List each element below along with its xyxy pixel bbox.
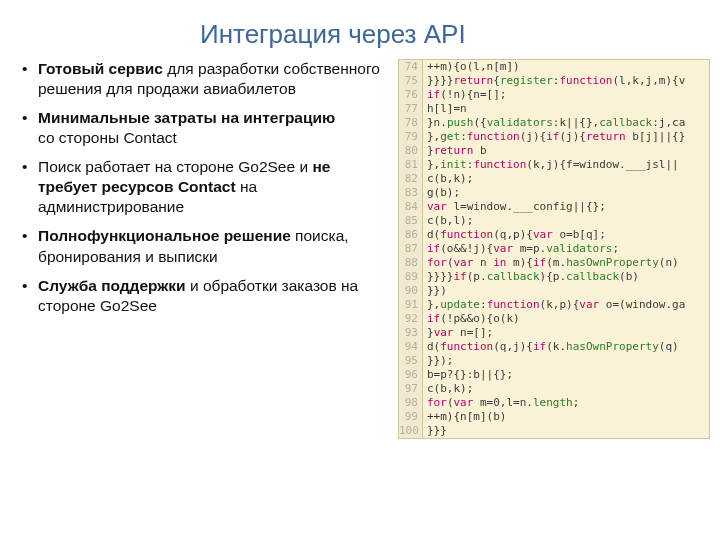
bullet-bold: Готовый сервис [38, 60, 163, 77]
bullet-item: Поиск работает на стороне Go2See и не тр… [18, 157, 388, 217]
code-text: c(b,k); [423, 382, 709, 396]
line-number: 75 [399, 74, 423, 88]
bullet-item: Готовый сервис для разработки собственно… [18, 59, 388, 99]
code-text: if(o&&!j){var m=p.validators; [423, 242, 709, 256]
code-text: var l=window.___config||{}; [423, 200, 709, 214]
code-text: }}} [423, 424, 709, 438]
code-line: 80}return b [399, 144, 709, 158]
bullet-item: Служба поддержки и обработки заказов на … [18, 276, 388, 316]
line-number: 96 [399, 368, 423, 382]
bullet-item: Полнофункциональное решение поиска, брон… [18, 226, 388, 266]
code-line: 94d(function(q,j){if(k.hasOwnProperty(q) [399, 340, 709, 354]
code-line: 76if(!n){n=[]; [399, 88, 709, 102]
bullet-text: со стороны Contact [38, 129, 177, 146]
code-text: }}}}return{register:function(l,k,j,m){v [423, 74, 709, 88]
bullet-item: Минимальные затраты на интеграциюсо стор… [18, 108, 388, 148]
line-number: 89 [399, 270, 423, 284]
line-number: 84 [399, 200, 423, 214]
code-line: 83g(b); [399, 186, 709, 200]
code-line: 92if(!p&&o){o(k) [399, 312, 709, 326]
code-line: 77h[l]=n [399, 102, 709, 116]
line-number: 94 [399, 340, 423, 354]
line-number: 99 [399, 410, 423, 424]
code-text: for(var n in m){if(m.hasOwnProperty(n) [423, 256, 709, 270]
code-line: 93}var n=[]; [399, 326, 709, 340]
code-line: 95}}); [399, 354, 709, 368]
bullet-list: Готовый сервис для разработки собственно… [18, 59, 388, 317]
code-text: h[l]=n [423, 102, 709, 116]
code-text: }}}}if(p.callback){p.callback(b) [423, 270, 709, 284]
code-line: 85c(b,l); [399, 214, 709, 228]
bullet-text: Поиск работает на стороне Go2See и [38, 158, 312, 175]
code-line: 97c(b,k); [399, 382, 709, 396]
line-number: 76 [399, 88, 423, 102]
code-text: }return b [423, 144, 709, 158]
code-text: c(b,k); [423, 172, 709, 186]
line-number: 97 [399, 382, 423, 396]
code-line: 90}}) [399, 284, 709, 298]
line-number: 91 [399, 298, 423, 312]
bullet-list-container: Готовый сервис для разработки собственно… [18, 59, 398, 439]
code-text: ++m){o(l,n[m]) [423, 60, 709, 74]
code-panel: 74++m){o(l,n[m])75}}}}return{register:fu… [398, 59, 710, 439]
code-line: 87if(o&&!j){var m=p.validators; [399, 242, 709, 256]
code-line: 88for(var n in m){if(m.hasOwnProperty(n) [399, 256, 709, 270]
code-text: for(var m=0,l=n.length; [423, 396, 709, 410]
code-line: 74++m){o(l,n[m]) [399, 60, 709, 74]
line-number: 77 [399, 102, 423, 116]
line-number: 74 [399, 60, 423, 74]
line-number: 79 [399, 130, 423, 144]
line-number: 78 [399, 116, 423, 130]
code-text: d(function(q,j){if(k.hasOwnProperty(q) [423, 340, 709, 354]
line-number: 90 [399, 284, 423, 298]
code-line: 96b=p?{}:b||{}; [399, 368, 709, 382]
code-line: 84var l=window.___config||{}; [399, 200, 709, 214]
page-title: Интеграция через API [0, 0, 720, 59]
line-number: 81 [399, 158, 423, 172]
line-number: 80 [399, 144, 423, 158]
code-text: b=p?{}:b||{}; [423, 368, 709, 382]
code-line: 98for(var m=0,l=n.length; [399, 396, 709, 410]
code-text: },get:function(j){if(j){return b[j]||{} [423, 130, 709, 144]
code-text: ++m){n[m](b) [423, 410, 709, 424]
line-number: 100 [399, 424, 423, 438]
code-text: c(b,l); [423, 214, 709, 228]
code-line: 75}}}}return{register:function(l,k,j,m){… [399, 74, 709, 88]
line-number: 88 [399, 256, 423, 270]
line-number: 92 [399, 312, 423, 326]
line-number: 87 [399, 242, 423, 256]
code-text: }n.push({validators:k||{},callback:j,ca [423, 116, 709, 130]
code-line: 91},update:function(k,p){var o=(window.g… [399, 298, 709, 312]
line-number: 98 [399, 396, 423, 410]
code-line: 100}}} [399, 424, 709, 438]
code-text: if(!p&&o){o(k) [423, 312, 709, 326]
code-text: }}) [423, 284, 709, 298]
code-line: 89}}}}if(p.callback){p.callback(b) [399, 270, 709, 284]
line-number: 85 [399, 214, 423, 228]
bullet-bold: Минимальные затраты на интеграцию [38, 109, 335, 126]
bullet-bold: Служба поддержки [38, 277, 186, 294]
code-text: if(!n){n=[]; [423, 88, 709, 102]
code-line: 82c(b,k); [399, 172, 709, 186]
code-text: },update:function(k,p){var o=(window.ga [423, 298, 709, 312]
code-line: 81},init:function(k,j){f=window.___jsl|| [399, 158, 709, 172]
code-line: 79},get:function(j){if(j){return b[j]||{… [399, 130, 709, 144]
code-line: 86d(function(q,p){var o=b[q]; [399, 228, 709, 242]
code-line: 99++m){n[m](b) [399, 410, 709, 424]
code-text: }}); [423, 354, 709, 368]
code-text: },init:function(k,j){f=window.___jsl|| [423, 158, 709, 172]
content-row: Готовый сервис для разработки собственно… [0, 59, 720, 439]
line-number: 82 [399, 172, 423, 186]
line-number: 95 [399, 354, 423, 368]
code-text: g(b); [423, 186, 709, 200]
code-line: 78}n.push({validators:k||{},callback:j,c… [399, 116, 709, 130]
code-text: }var n=[]; [423, 326, 709, 340]
line-number: 93 [399, 326, 423, 340]
line-number: 86 [399, 228, 423, 242]
code-text: d(function(q,p){var o=b[q]; [423, 228, 709, 242]
line-number: 83 [399, 186, 423, 200]
bullet-bold: Полнофункциональное решение [38, 227, 291, 244]
